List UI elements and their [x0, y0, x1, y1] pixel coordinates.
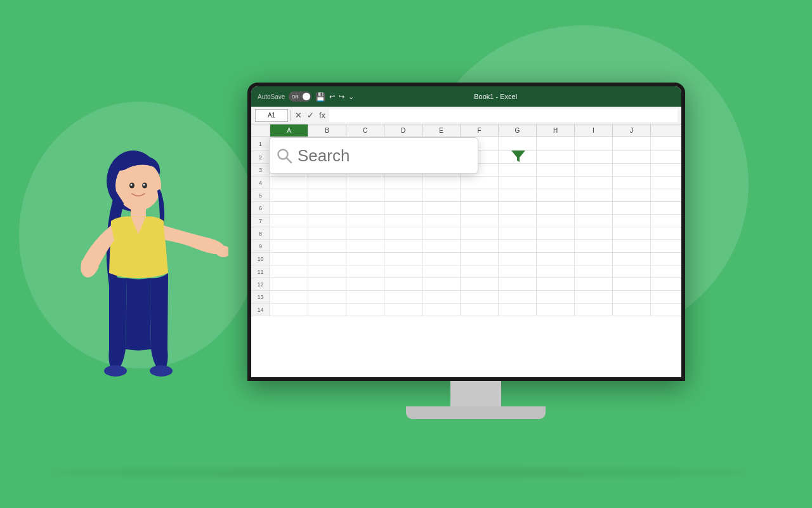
excel-titlebar: AutoSave Off 💾 ↩ ↪ ⌄ Book1 - Excel [251, 86, 681, 107]
table-row: 10 [251, 253, 681, 265]
col-header-f[interactable]: F [461, 124, 499, 137]
row-num-12: 12 [251, 278, 270, 290]
svg-point-9 [143, 184, 145, 186]
cancel-formula-btn[interactable]: ✕ [294, 110, 303, 120]
row-num-13: 13 [251, 291, 270, 303]
row-num-10: 10 [251, 253, 270, 265]
cell-j1[interactable] [613, 137, 651, 150]
col-header-b[interactable]: B [308, 124, 346, 137]
row-num-8: 8 [251, 227, 270, 239]
spreadsheet: A B C D E F G H I J 1 [251, 124, 681, 377]
column-header-row: A B C D E F G H I J [251, 124, 681, 137]
search-icon [276, 144, 292, 167]
svg-point-8 [131, 184, 133, 186]
search-input[interactable] [298, 146, 504, 166]
monitor: AutoSave Off 💾 ↩ ↪ ⌄ Book1 - Excel A1 [247, 83, 704, 419]
rows-container: 1 [251, 137, 681, 316]
redo-icon[interactable]: ↪ [339, 93, 344, 101]
col-header-e[interactable]: E [422, 124, 461, 137]
monitor-screen: AutoSave Off 💾 ↩ ↪ ⌄ Book1 - Excel A1 [247, 83, 685, 381]
table-row: 5 [251, 189, 681, 202]
cell-reference-box[interactable]: A1 [255, 109, 288, 122]
confirm-formula-btn[interactable]: ✓ [306, 110, 315, 120]
row-num-4: 4 [251, 177, 270, 189]
table-row: 13 [251, 291, 681, 304]
table-row: 11 [251, 265, 681, 278]
col-header-h[interactable]: H [537, 124, 575, 137]
row-num-1: 1 [251, 137, 270, 150]
cell-i1[interactable] [575, 137, 613, 150]
svg-point-4 [104, 365, 127, 377]
cell-ref-text: A1 [268, 112, 275, 119]
formula-input[interactable] [329, 109, 678, 122]
table-row: 7 [251, 215, 681, 227]
row-num-9: 9 [251, 240, 270, 252]
spreadsheet-body: 1 [251, 137, 681, 377]
svg-point-5 [150, 365, 173, 377]
workbook-title: Book1 - Excel [474, 93, 517, 100]
table-row: 9 [251, 240, 681, 253]
cell-h1[interactable] [537, 137, 575, 150]
autosave-toggle[interactable]: Off [289, 91, 311, 102]
row-num-6: 6 [251, 202, 270, 214]
table-row: 8 [251, 227, 681, 240]
toggle-off-text: Off [291, 94, 298, 100]
row-num-11: 11 [251, 265, 270, 277]
titlebar-left: AutoSave Off 💾 ↩ ↪ ⌄ [258, 91, 354, 102]
autosave-label: AutoSave [258, 93, 285, 100]
table-row: 14 [251, 304, 681, 316]
monitor-base [406, 406, 546, 419]
col-header-g[interactable]: G [499, 124, 537, 137]
toggle-knob [303, 93, 310, 100]
table-row: 12 [251, 278, 681, 291]
col-header-j[interactable]: J [613, 124, 651, 137]
row-num-header [251, 124, 270, 137]
col-header-a[interactable]: A [270, 124, 308, 137]
formula-bar: A1 ✕ ✓ fx [251, 107, 681, 124]
fx-btn[interactable]: fx [318, 110, 327, 120]
undo-icon[interactable]: ↩ [329, 93, 335, 101]
row-num-2: 2 [251, 151, 270, 163]
search-overlay [269, 137, 478, 174]
table-row: 4 [251, 177, 681, 189]
formula-divider [291, 110, 291, 121]
monitor-neck [450, 381, 501, 406]
col-header-d[interactable]: D [384, 124, 422, 137]
col-header-i[interactable]: I [575, 124, 613, 137]
monitor-inner: AutoSave Off 💾 ↩ ↪ ⌄ Book1 - Excel A1 [251, 86, 681, 377]
row-num-14: 14 [251, 304, 270, 316]
save-icon[interactable]: 💾 [315, 92, 325, 102]
col-header-c[interactable]: C [346, 124, 384, 137]
filter-button[interactable] [509, 140, 528, 171]
row-num-7: 7 [251, 215, 270, 227]
character-illustration [63, 133, 228, 470]
row-num-3: 3 [251, 164, 270, 176]
more-icon[interactable]: ⌄ [348, 93, 354, 101]
table-row: 6 [251, 202, 681, 215]
svg-line-11 [287, 158, 291, 163]
row-num-5: 5 [251, 189, 270, 201]
